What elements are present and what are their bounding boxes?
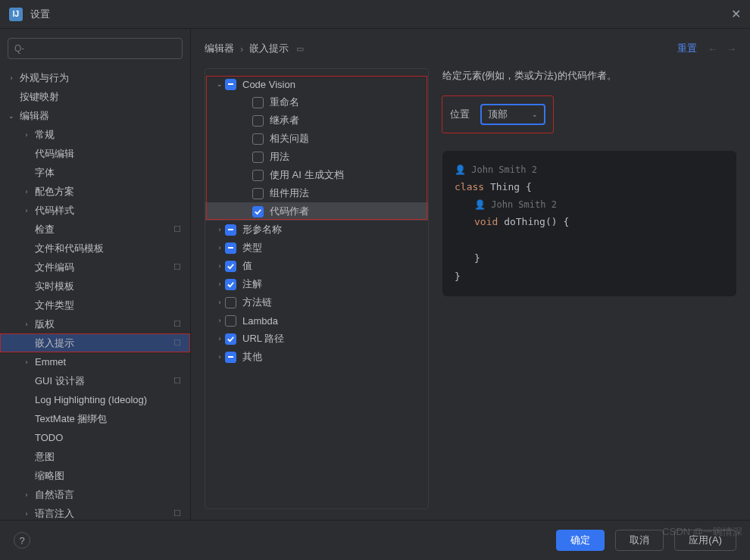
- checkbox[interactable]: [225, 352, 236, 363]
- chevron-icon: ›: [21, 491, 32, 499]
- sidebar-item-label: 检查: [35, 223, 55, 236]
- inlay-tree-item[interactable]: ›方法链: [205, 293, 428, 311]
- inlay-tree-item[interactable]: ⌄Code Vision: [205, 75, 428, 93]
- sidebar-item-label: 配色方案: [35, 185, 74, 199]
- checkbox[interactable]: [252, 115, 264, 127]
- chevron-icon: ⌄: [6, 112, 17, 120]
- sidebar-item[interactable]: 文件类型: [0, 296, 190, 314]
- sidebar-item-label: 版权: [35, 318, 55, 331]
- chevron-icon: ⌄: [214, 80, 225, 88]
- chevron-icon: ›: [6, 74, 17, 82]
- sidebar-item[interactable]: 文件编码☐: [0, 258, 190, 277]
- sidebar-item[interactable]: ›代码样式: [0, 201, 190, 220]
- chevron-icon: ›: [214, 262, 225, 270]
- sidebar-item[interactable]: 意图: [0, 447, 190, 466]
- search-input[interactable]: [8, 38, 183, 59]
- sidebar-item[interactable]: TODO: [0, 428, 190, 447]
- position-select[interactable]: 顶部 ⌄: [480, 104, 545, 125]
- sidebar-item[interactable]: ›外观与行为: [0, 68, 190, 87]
- inlay-tree-item[interactable]: 用法: [205, 148, 428, 166]
- chevron-icon: ›: [21, 510, 32, 518]
- inlay-item-label: 类型: [242, 241, 262, 255]
- sidebar-item-label: 自然语言: [35, 488, 74, 502]
- close-icon[interactable]: ✕: [731, 7, 741, 21]
- inlay-item-label: 组件用法: [270, 186, 309, 200]
- inlay-tree-item[interactable]: ›形参名称: [205, 221, 428, 239]
- scope-glyph-icon: ☐: [173, 376, 181, 386]
- checkbox[interactable]: [225, 315, 236, 327]
- sidebar-item[interactable]: 嵌入提示☐: [0, 333, 190, 352]
- checkbox[interactable]: [252, 206, 264, 217]
- sidebar-item[interactable]: 代码编辑: [0, 144, 190, 163]
- inlay-tree-item[interactable]: ›其他: [205, 348, 428, 366]
- sidebar-item-label: 按键映射: [20, 90, 59, 104]
- inlay-tree-item[interactable]: 继承者: [205, 111, 428, 130]
- checkbox[interactable]: [252, 97, 264, 108]
- ok-button[interactable]: 确定: [556, 530, 605, 551]
- inlay-tree-item[interactable]: 代码作者: [205, 202, 428, 221]
- checkbox[interactable]: [225, 279, 236, 290]
- sidebar-item[interactable]: GUI 设计器☐: [0, 371, 190, 390]
- inlay-tree-item[interactable]: ›值: [205, 257, 428, 275]
- checkbox[interactable]: [225, 261, 236, 272]
- scope-glyph-icon: ☐: [173, 224, 181, 234]
- inlay-tree-item[interactable]: 组件用法: [205, 184, 428, 202]
- sidebar-item[interactable]: TextMate 捆绑包: [0, 409, 190, 428]
- checkbox[interactable]: [225, 333, 236, 345]
- inlay-item-label: Code Vision: [242, 79, 295, 90]
- inlay-tree-item[interactable]: 重命名: [205, 93, 428, 111]
- checkbox[interactable]: [252, 188, 264, 199]
- sidebar-item[interactable]: 实时模板: [0, 277, 190, 296]
- back-icon[interactable]: ←: [708, 43, 717, 55]
- inlay-item-label: 用法: [270, 150, 289, 164]
- inlay-tree-item[interactable]: ›类型: [205, 239, 428, 257]
- chevron-icon: ›: [214, 244, 225, 252]
- sidebar-item[interactable]: ⌄编辑器: [0, 106, 190, 125]
- sidebar-item-label: 代码编辑: [35, 147, 74, 161]
- sidebar-item[interactable]: ›常规: [0, 125, 190, 144]
- inlay-item-label: 值: [242, 259, 252, 273]
- apply-button[interactable]: 应用(A): [674, 530, 736, 551]
- inlay-tree-item[interactable]: 相关问题: [205, 130, 428, 148]
- chevron-right-icon: ›: [240, 43, 243, 55]
- scope-glyph-icon: ☐: [173, 508, 181, 518]
- help-icon[interactable]: ?: [14, 532, 30, 549]
- cancel-button[interactable]: 取消: [615, 530, 664, 551]
- inlay-item-label: 使用 AI 生成文档: [270, 168, 344, 182]
- inlay-item-label: Lambda: [242, 315, 278, 327]
- code-preview: 👤 John Smith 2 class Thing { 👤 John Smit…: [442, 151, 736, 297]
- breadcrumb-root[interactable]: 编辑器: [205, 42, 234, 55]
- sidebar-item[interactable]: 按键映射: [0, 87, 190, 106]
- sidebar-item[interactable]: 文件和代码模板: [0, 239, 190, 258]
- sidebar-item-label: 缩略图: [35, 469, 64, 483]
- sidebar-item[interactable]: 缩略图: [0, 466, 190, 485]
- sidebar-item-label: Log Highlighting (Ideolog): [35, 394, 147, 405]
- checkbox[interactable]: [225, 242, 236, 254]
- sidebar-item-label: 外观与行为: [20, 71, 69, 85]
- checkbox[interactable]: [252, 170, 264, 181]
- forward-icon[interactable]: →: [727, 43, 736, 55]
- sidebar-item[interactable]: ›配色方案: [0, 182, 190, 201]
- sidebar-item[interactable]: Log Highlighting (Ideolog): [0, 390, 190, 409]
- inlay-tree-item[interactable]: ›URL 路径: [205, 330, 428, 348]
- sidebar-item[interactable]: ›自然语言: [0, 485, 190, 504]
- checkbox[interactable]: [225, 297, 236, 308]
- chevron-icon: ›: [21, 188, 32, 196]
- window-title: 设置: [30, 8, 50, 21]
- scope-icon: ▭: [296, 44, 304, 54]
- checkbox[interactable]: [225, 79, 236, 90]
- sidebar-item[interactable]: ›Emmet: [0, 352, 190, 371]
- inlay-tree-item[interactable]: ›Lambda: [205, 311, 428, 330]
- sidebar-item[interactable]: 字体: [0, 163, 190, 182]
- checkbox[interactable]: [252, 152, 264, 163]
- checkbox[interactable]: [225, 224, 236, 236]
- sidebar-item[interactable]: 检查☐: [0, 220, 190, 239]
- inlay-tree-item[interactable]: ›注解: [205, 275, 428, 293]
- sidebar-item[interactable]: ›语言注入☐: [0, 504, 190, 520]
- inlay-item-label: 其他: [242, 350, 262, 364]
- position-value: 顶部: [488, 108, 508, 121]
- sidebar-item[interactable]: ›版权☐: [0, 314, 190, 333]
- checkbox[interactable]: [252, 133, 264, 145]
- inlay-tree-item[interactable]: 使用 AI 生成文档: [205, 166, 428, 184]
- reset-link[interactable]: 重置: [677, 42, 697, 55]
